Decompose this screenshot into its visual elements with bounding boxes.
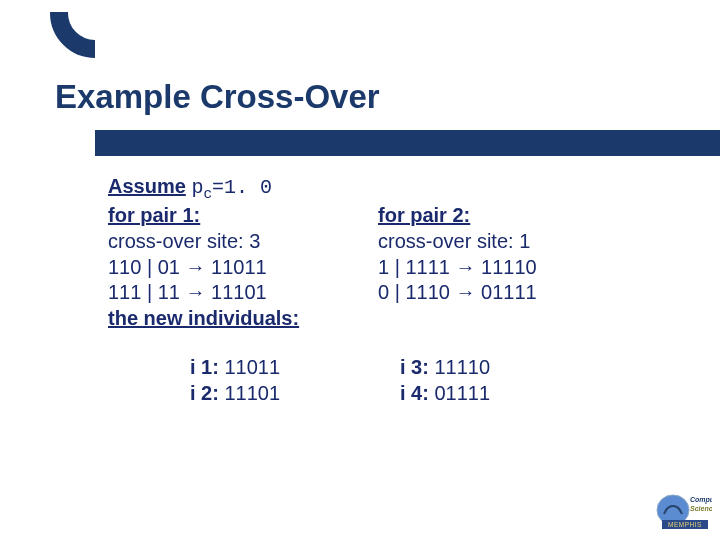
pair-1-header: for pair 1: (108, 203, 378, 229)
individuals-columns: i 1: 11011 i 2: 11101 i 3: 11110 i 4: 01… (190, 355, 648, 406)
pair-1-site: cross-over site: 3 (108, 229, 378, 255)
slide-title: Example Cross-Over (55, 78, 380, 116)
slide: Example Cross-Over Assume pc=1. 0 for pa… (0, 0, 720, 540)
new-individuals-header: the new individuals: (108, 306, 648, 332)
arrow-icon: → (185, 256, 205, 278)
pair-columns: for pair 1: cross-over site: 3 110 | 01 … (108, 203, 648, 305)
individuals-col-right: i 3: 11110 i 4: 01111 (400, 355, 610, 406)
arrow-icon: → (455, 281, 475, 303)
individual-3: i 3: 11110 (400, 355, 610, 381)
pair-1-row-1: 110 | 01 → 11011 (108, 255, 378, 281)
slide-body: Assume pc=1. 0 for pair 1: cross-over si… (108, 174, 648, 407)
individual-4: i 4: 01111 (400, 381, 610, 407)
title-underline-bar (95, 130, 720, 156)
individuals-col-left: i 1: 11011 i 2: 11101 (190, 355, 400, 406)
arrow-icon: → (455, 256, 475, 278)
assume-line: Assume pc=1. 0 (108, 174, 648, 203)
logo-line-2: MEMPHIS (668, 521, 702, 528)
individual-2: i 2: 11101 (190, 381, 400, 407)
assume-expression: pc=1. 0 (191, 176, 272, 199)
pair-1-row-2: 111 | 11 → 11101 (108, 280, 378, 306)
pair-2-header: for pair 2: (378, 203, 648, 229)
arrow-icon: → (185, 281, 205, 303)
pair-2-row-1: 1 | 1111 → 11110 (378, 255, 648, 281)
svg-text:Science: Science (690, 505, 712, 512)
institution-logo: Computer Science MEMPHIS (656, 488, 712, 532)
pair-2-column: for pair 2: cross-over site: 1 1 | 1111 … (378, 203, 648, 305)
pair-1-column: for pair 1: cross-over site: 3 110 | 01 … (108, 203, 378, 305)
individual-1: i 1: 11011 (190, 355, 400, 381)
pair-2-row-2: 0 | 1110 → 01111 (378, 280, 648, 306)
corner-mask (95, 0, 175, 80)
assume-label: Assume (108, 175, 186, 197)
pair-2-site: cross-over site: 1 (378, 229, 648, 255)
logo-line-1: Computer (690, 496, 712, 504)
